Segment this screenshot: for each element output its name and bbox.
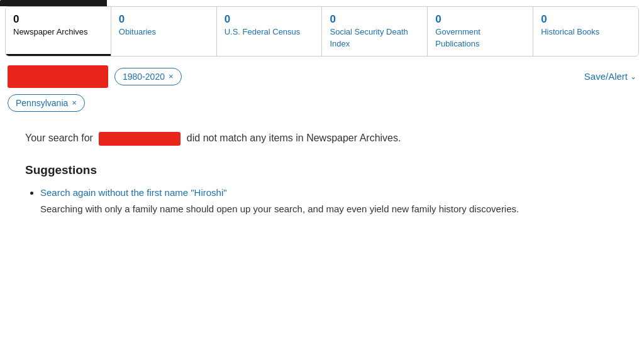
date-range-close-icon[interactable]: × [169, 72, 174, 81]
gov-pub-label: Government Publications [435, 27, 480, 48]
gov-pub-count: 0 [435, 13, 525, 26]
tab-us-federal-census[interactable]: 0 U.S. Federal Census [217, 7, 323, 56]
suggestions-heading: Suggestions [25, 163, 619, 177]
no-results-suffix: did not match any items in Newspaper Arc… [187, 133, 401, 143]
tab-social-security-death-index[interactable]: 0 Social Security Death Index [322, 7, 428, 56]
us-federal-census-count: 0 [225, 13, 314, 26]
suggestion-link-1[interactable]: Search again without the first name "Hir… [40, 187, 227, 198]
newspaper-archives-count: 0 [13, 13, 103, 26]
tab-historical-books[interactable]: 0 Historical Books [533, 7, 638, 56]
chevron-down-icon: ⌄ [630, 72, 636, 81]
filters-row: 1980-2020 × Save/Alert ⌄ [0, 57, 644, 92]
historical-books-label: Historical Books [541, 27, 599, 36]
obituaries-label: Obituaries [119, 27, 156, 36]
redacted-name-inline [99, 132, 180, 146]
ssdi-count: 0 [330, 13, 419, 26]
filters-row2: Pennsylvania × [0, 92, 644, 121]
save-alert-button[interactable]: Save/Alert ⌄ [584, 71, 636, 82]
newspaper-archives-label: Newspaper Archives [13, 27, 88, 36]
obituaries-count: 0 [119, 13, 209, 26]
main-content: Your search for did not match any items … [0, 121, 644, 233]
save-alert-label: Save/Alert [584, 71, 628, 82]
no-results-text: Your search for did not match any items … [25, 131, 619, 146]
location-filter[interactable]: Pennsylvania × [8, 94, 85, 112]
top-dark-bar [0, 0, 107, 6]
tab-government-publications[interactable]: 0 Government Publications [428, 7, 533, 56]
tab-obituaries[interactable]: 0 Obituaries [111, 7, 217, 56]
list-item: Search again without the first name "Hir… [40, 187, 619, 217]
suggestions-list: Search again without the first name "Hir… [25, 187, 619, 217]
location-close-icon[interactable]: × [72, 98, 77, 107]
historical-books-count: 0 [541, 13, 631, 26]
date-range-filter[interactable]: 1980-2020 × [114, 68, 182, 85]
suggestion-desc-1: Searching with only a family name should… [40, 202, 619, 217]
category-tabs: 0 Newspaper Archives 0 Obituaries 0 U.S.… [5, 6, 639, 57]
ssdi-label: Social Security Death Index [330, 27, 408, 48]
no-results-prefix: Your search for [25, 133, 93, 143]
location-label: Pennsylvania [16, 98, 68, 108]
us-federal-census-label: U.S. Federal Census [225, 27, 301, 36]
redacted-search-term [8, 65, 108, 88]
date-range-label: 1980-2020 [123, 72, 165, 82]
tab-newspaper-archives[interactable]: 0 Newspaper Archives [6, 7, 111, 56]
